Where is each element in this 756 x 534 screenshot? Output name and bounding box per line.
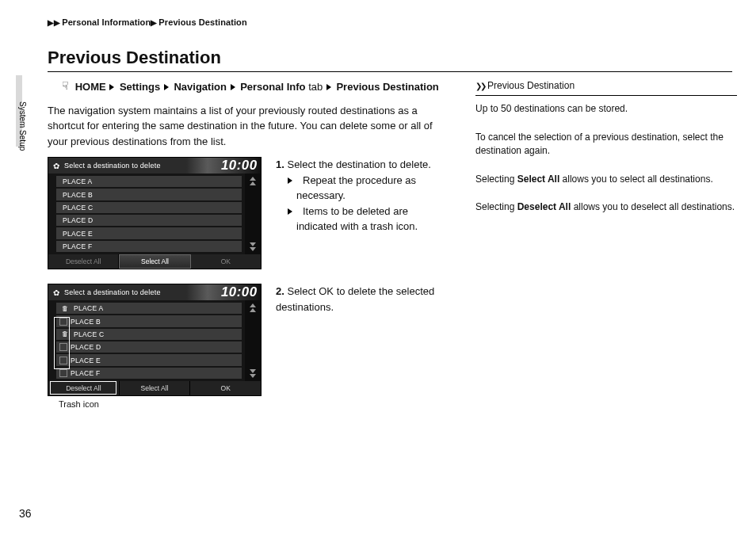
step-number: 1.: [276, 158, 284, 170]
screenshot-2: ✿ Select a destination to delete 10:00 🗑…: [48, 284, 262, 409]
list-item[interactable]: PLACE D: [56, 341, 242, 353]
list-item[interactable]: 🗑PLACE C: [56, 329, 242, 340]
list-item[interactable]: PLACE A: [56, 176, 242, 187]
sidebar-note: Selecting Deselect All allows you to des…: [475, 200, 737, 214]
nav-home: HOME: [75, 81, 106, 93]
list-item[interactable]: PLACE F: [56, 368, 242, 379]
deselect-all-button[interactable]: Deselect All: [48, 381, 120, 395]
arrow-icon: ▶▶: [48, 18, 60, 27]
double-arrow-icon: ❯❯: [475, 82, 485, 90]
checkbox-icon: [59, 343, 67, 351]
sidebar-note: Up to 50 destinations can be stored.: [475, 102, 737, 116]
select-all-button[interactable]: Select All: [120, 381, 191, 395]
list-item-label: PLACE A: [74, 304, 104, 312]
list-item[interactable]: PLACE E: [56, 227, 242, 238]
chevron-down-icon: [250, 242, 256, 251]
ok-button[interactable]: OK: [190, 381, 261, 395]
deselect-all-label: Deselect All: [517, 201, 571, 212]
gear-icon: ✿: [53, 288, 59, 297]
list-item[interactable]: PLACE C: [56, 202, 242, 213]
clock: 10:00: [220, 158, 257, 173]
scroll-bar[interactable]: [245, 174, 261, 254]
list-item-label: PLACE F: [71, 369, 101, 377]
trash-icon: 🗑: [59, 329, 71, 340]
sidebar-heading: ❯❯Previous Destination: [475, 79, 737, 96]
deselect-all-button[interactable]: Deselect All: [48, 254, 119, 269]
page-number: 36: [19, 507, 32, 520]
list-item-label: PLACE B: [71, 318, 101, 326]
checkbox-icon: [59, 318, 67, 326]
list-item-label: PLACE C: [74, 330, 104, 338]
triangle-icon: [288, 177, 300, 184]
step-sub: Items to be deleted are indicated with a…: [296, 205, 418, 233]
trash-icon: 🗑: [59, 303, 71, 314]
step-1: 1. Select the destination to delete. Rep…: [276, 157, 452, 269]
clock: 10:00: [220, 285, 257, 299]
nav-personal-info: Personal Info: [240, 81, 305, 93]
list-item-label: PLACE D: [71, 343, 101, 351]
step-text: Select the destination to delete.: [287, 158, 430, 170]
ok-button[interactable]: OK: [191, 254, 261, 269]
scroll-bar[interactable]: [245, 300, 261, 381]
nav-previous-destination: Previous Destination: [336, 81, 438, 93]
chevron-down-icon: [250, 369, 256, 378]
breadcrumb: ▶▶Personal Information▶Previous Destinat…: [48, 17, 247, 27]
select-all-button[interactable]: Select All: [119, 254, 190, 269]
gear-icon: ✿: [53, 162, 59, 170]
step-2: 2. Select OK to delete the selected dest…: [276, 284, 452, 409]
triangle-icon: [164, 84, 169, 90]
triangle-icon: [109, 84, 114, 90]
list-item[interactable]: 🗑PLACE A: [56, 303, 242, 314]
chevron-up-icon: [250, 303, 256, 312]
arrow-icon: ▶: [151, 18, 157, 27]
list-item[interactable]: PLACE B: [56, 315, 242, 326]
step-number: 2.: [276, 285, 284, 297]
checkbox-icon: [59, 357, 67, 364]
nav-tab-word: tab: [308, 81, 323, 93]
screenshot-header: Select a destination to delete: [64, 288, 217, 296]
screenshot-caption: Trash icon: [59, 399, 262, 409]
sidebar-heading-text: Previous Destination: [487, 80, 575, 91]
chevron-up-icon: [250, 177, 256, 185]
hand-icon: ☟: [62, 79, 69, 92]
nav-navigation: Navigation: [174, 81, 226, 93]
menu-path: ☟ HOME Settings Navigation Personal Info…: [62, 79, 452, 95]
step-sub: Repeat the procedure as necessary.: [296, 174, 416, 202]
list-item[interactable]: PLACE E: [56, 354, 242, 365]
ok-label: OK: [319, 285, 334, 297]
sidebar-note: To cancel the selection of a previous de…: [475, 131, 737, 158]
main-column: ☟ HOME Settings Navigation Personal Info…: [48, 79, 452, 423]
nav-settings: Settings: [120, 81, 160, 93]
page-title: Previous Destination: [48, 48, 732, 72]
screenshot-header: Select a destination to delete: [64, 162, 217, 170]
breadcrumb-seg2: Previous Destination: [158, 17, 246, 27]
list-item-label: PLACE E: [71, 357, 101, 364]
side-tab-label: System Setup: [18, 101, 27, 151]
triangle-icon: [326, 84, 331, 90]
sidebar-column: ❯❯Previous Destination Up to 50 destinat…: [475, 79, 737, 423]
triangle-icon: [288, 208, 300, 215]
list-item[interactable]: PLACE D: [56, 215, 242, 226]
screenshot-1: ✿ Select a destination to delete 10:00 P…: [48, 157, 262, 269]
checkbox-icon: [59, 369, 67, 377]
list-item[interactable]: PLACE B: [56, 189, 242, 200]
sidebar-note: Selecting Select All allows you to selec…: [475, 173, 737, 186]
list-item[interactable]: PLACE F: [56, 241, 242, 252]
breadcrumb-seg1: Personal Information: [62, 17, 151, 27]
triangle-icon: [231, 84, 235, 90]
intro-paragraph: The navigation system maintains a list o…: [48, 103, 452, 150]
step-text: Select: [287, 285, 319, 297]
select-all-label: Select All: [517, 174, 560, 185]
